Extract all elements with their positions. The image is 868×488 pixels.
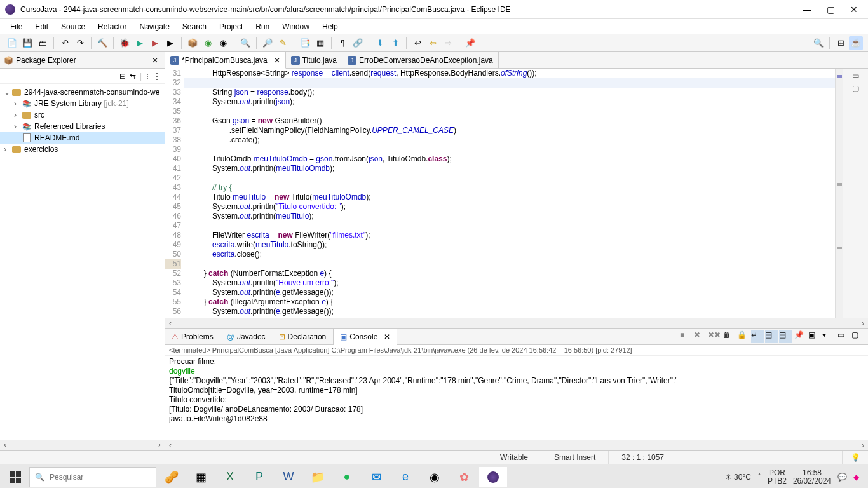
build-button[interactable]: 🔨	[95, 36, 109, 50]
new-class-button[interactable]: ◉	[201, 36, 215, 50]
src-folder-item[interactable]: › src	[0, 109, 165, 121]
view-menu-button[interactable]: ⋮	[153, 72, 161, 81]
link-button[interactable]: 🔗	[351, 36, 365, 50]
maximize-editor-button[interactable]: ▢	[852, 84, 859, 93]
free-icon[interactable]: ◆	[853, 473, 859, 482]
readme-file-item[interactable]: README.md	[0, 132, 165, 144]
next-annotation-button[interactable]: ⬇	[373, 36, 387, 50]
show-on-error-button[interactable]: ▤	[779, 330, 792, 343]
prev-annotation-button[interactable]: ⬆	[388, 36, 402, 50]
code-content[interactable]: HttpResponse<String> response = client.s…	[184, 69, 835, 318]
run-last-button[interactable]: ▶	[163, 36, 177, 50]
pin-button[interactable]: 📌	[463, 36, 477, 50]
max-panel-button[interactable]: ▢	[851, 330, 864, 343]
tray-chevron[interactable]: ˄	[757, 473, 761, 482]
undo-button[interactable]: ↶	[58, 36, 72, 50]
save-button[interactable]: 💾	[20, 36, 34, 50]
filter-button[interactable]: ⫶	[146, 72, 149, 81]
link-editor-button[interactable]: ⇆	[130, 72, 136, 81]
editor-tab-2[interactable]: JErroDeConversaoDeAnoException.java	[342, 52, 499, 69]
show-on-output-button[interactable]: ▤	[765, 330, 778, 343]
last-edit-button[interactable]: ↩	[410, 36, 424, 50]
pistachio-icon[interactable]: 🥜	[158, 467, 186, 487]
back-button[interactable]: ⇦	[426, 36, 440, 50]
code-editor[interactable]: 3132333435363738394041424344454647484950…	[165, 69, 868, 318]
menu-navigate[interactable]: Navigate	[134, 21, 174, 32]
new-button[interactable]: 📄	[5, 36, 19, 50]
new-interface-button[interactable]: ◉	[216, 36, 230, 50]
remove-all-button[interactable]: ✖✖	[708, 330, 721, 343]
menu-edit[interactable]: Edit	[30, 21, 53, 32]
console-output[interactable]: Procuar filme:dogville{"Title":"Dogville…	[165, 356, 868, 440]
chrome-icon[interactable]: ◉	[421, 467, 449, 487]
problems-tab[interactable]: ⚠Problems	[165, 329, 220, 345]
explorer-icon[interactable]: 📁	[304, 467, 332, 487]
search-icon[interactable]: 🔍	[811, 36, 825, 50]
language-indicator[interactable]: PORPTB2	[768, 469, 787, 485]
project-tree[interactable]: ⌄ 2944-java-screenmatch-consumindo-we › …	[0, 84, 165, 440]
task-view-icon[interactable]: ▦	[187, 467, 215, 487]
publisher-icon[interactable]: P	[245, 467, 273, 487]
redo-button[interactable]: ↷	[73, 36, 87, 50]
excel-icon[interactable]: X	[216, 467, 244, 487]
remove-launch-button[interactable]: ✖	[694, 330, 707, 343]
edge-icon[interactable]: e	[391, 467, 419, 487]
spotify-icon[interactable]: ●	[333, 467, 361, 487]
maximize-button[interactable]: ▢	[827, 4, 835, 15]
notification-icon[interactable]: 💬	[837, 473, 847, 482]
close-tab-button[interactable]: ✕	[274, 56, 280, 65]
scroll-lock-button[interactable]: 🔒	[737, 330, 750, 343]
java-perspective-button[interactable]: ☕	[849, 36, 863, 50]
overview-ruler[interactable]	[835, 69, 843, 318]
search-button[interactable]: 🔎	[261, 36, 275, 50]
menu-refactor[interactable]: Refactor	[93, 21, 132, 32]
taskbar-search[interactable]: 🔍 Pesquisar	[29, 467, 156, 487]
menu-window[interactable]: Window	[277, 21, 315, 32]
show-whitespace-button[interactable]: ¶	[336, 36, 349, 50]
save-all-button[interactable]: 🗃	[36, 36, 50, 50]
start-button[interactable]	[3, 467, 28, 487]
open-type-button[interactable]: 🔍	[238, 36, 252, 50]
jre-library-item[interactable]: › 📚 JRE System Library [jdk-21]	[0, 98, 165, 109]
toggle-mark-button[interactable]: 📑	[298, 36, 312, 50]
weather-widget[interactable]: ☀ 30°C	[725, 473, 751, 482]
menu-help[interactable]: Help	[317, 21, 343, 32]
app-icon[interactable]: ✿	[450, 467, 478, 487]
mail-icon[interactable]: ✉	[362, 467, 390, 487]
menu-source[interactable]: Source	[56, 21, 90, 32]
display-console-button[interactable]: ▣	[808, 330, 821, 343]
sidebar-hscroll[interactable]: ‹›	[0, 440, 165, 450]
clear-console-button[interactable]: 🗑	[723, 330, 736, 343]
editor-hscroll[interactable]: ‹›	[165, 318, 868, 328]
debug-button[interactable]: 🐞	[118, 36, 132, 50]
console-tab[interactable]: ▣Console✕	[333, 329, 397, 345]
clock[interactable]: 16:5826/02/2024	[793, 469, 831, 485]
open-console-button[interactable]: ▾	[822, 330, 835, 343]
menu-file[interactable]: File	[5, 21, 27, 32]
eclipse-taskbar-icon[interactable]	[479, 467, 507, 487]
new-package-button[interactable]: 📦	[186, 36, 200, 50]
referenced-libraries-item[interactable]: › 📚 Referenced Libraries	[0, 121, 165, 132]
min-panel-button[interactable]: ▭	[837, 330, 850, 343]
tip-icon[interactable]: 💡	[842, 451, 868, 464]
close-console-tab[interactable]: ✕	[384, 332, 390, 341]
word-icon[interactable]: W	[275, 467, 302, 487]
coverage-button[interactable]: ▶	[148, 36, 162, 50]
menu-project[interactable]: Project	[214, 21, 248, 32]
collapse-all-button[interactable]: ⊟	[119, 72, 126, 81]
toggle-block-button[interactable]: ▦	[313, 36, 327, 50]
forward-button[interactable]: ⇨	[441, 36, 455, 50]
pin-console-button[interactable]: 📌	[794, 330, 807, 343]
menu-run[interactable]: Run	[250, 21, 275, 32]
word-wrap-button[interactable]: ↵	[751, 330, 764, 343]
menu-search[interactable]: Search	[177, 21, 212, 32]
editor-tab-0[interactable]: J*PrincipalComBusca.java✕	[165, 52, 286, 69]
minimize-editor-button[interactable]: ▭	[852, 71, 859, 80]
terminate-button[interactable]: ■	[680, 330, 693, 343]
exercicios-item[interactable]: › exercicios	[0, 144, 165, 155]
project-root[interactable]: ⌄ 2944-java-screenmatch-consumindo-we	[0, 86, 165, 98]
console-hscroll[interactable]: ‹›	[165, 440, 868, 450]
close-view-button[interactable]: ✕	[149, 56, 161, 65]
run-button[interactable]: ▶	[133, 36, 147, 50]
open-perspective-button[interactable]: ⊞	[834, 36, 848, 50]
